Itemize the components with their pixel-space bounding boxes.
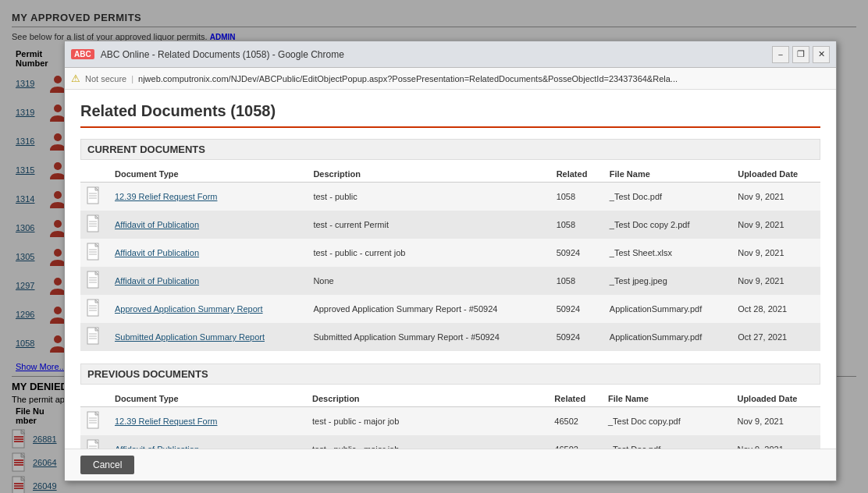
col-header-filename: File Name [602, 391, 731, 407]
doc-description: test - public - major job [306, 407, 548, 436]
document-icon [87, 271, 102, 289]
doc-description: None [307, 267, 550, 295]
doc-type[interactable]: Approved Application Summary Report [108, 295, 307, 323]
col-header-filename: File Name [603, 166, 731, 183]
doc-type[interactable]: Affidavit of Publication [108, 211, 307, 239]
table-row: Submitted Application Summary ReportSubm… [80, 323, 820, 351]
doc-description: test - current Permit [307, 211, 550, 239]
doc-filename: _Test Sheet.xlsx [603, 239, 731, 267]
col-header-description: Description [306, 391, 548, 407]
table-row: Approved Application Summary ReportAppro… [80, 295, 820, 323]
modal-title: Related Documents (1058) [80, 102, 820, 128]
doc-icon-cell [80, 183, 108, 211]
table-row: Affidavit of PublicationNone1058_Test jp… [80, 267, 820, 295]
not-secure-label: Not secure [85, 74, 126, 83]
table-row: Affidavit of Publicationtest - current P… [80, 211, 820, 239]
previous-documents-table: Document Type Description Related File N… [80, 391, 820, 449]
document-icon [87, 411, 102, 430]
document-icon [87, 299, 102, 317]
minimize-button[interactable]: − [772, 46, 789, 63]
doc-icon-cell [80, 239, 108, 267]
doc-filename: _Test Doc.pdf [603, 183, 731, 211]
doc-description: test - public - major job [306, 435, 548, 449]
col-header-description: Description [307, 166, 550, 183]
document-icon [87, 327, 102, 346]
doc-uploaded-date: Nov 9, 2021 [731, 183, 820, 211]
table-row: 12.39 Relief Request Formtest - public10… [80, 183, 820, 211]
doc-related: 1058 [550, 267, 603, 295]
restore-button[interactable]: ❐ [792, 46, 809, 63]
doc-related: 46502 [548, 407, 602, 436]
doc-type[interactable]: Submitted Application Summary Report [108, 323, 307, 351]
doc-filename: _Test jpeg.jpeg [603, 267, 731, 295]
title-bar: ABC ABC Online - Related Documents (1058… [65, 41, 836, 68]
doc-filename: _Test Doc.pdf [602, 435, 731, 449]
doc-filename: _Test Doc copy 2.pdf [603, 211, 731, 239]
doc-icon-cell [80, 267, 108, 295]
doc-uploaded-date: Nov 9, 2021 [731, 239, 820, 267]
doc-uploaded-date: Oct 27, 2021 [731, 323, 820, 351]
table-row: Affidavit of Publicationtest - public - … [80, 435, 820, 449]
doc-icon-cell [80, 435, 108, 449]
doc-icon-cell [80, 211, 108, 239]
col-header-icon [80, 391, 108, 407]
col-header-doc-type: Document Type [108, 166, 307, 183]
abc-logo: ABC [71, 49, 94, 59]
doc-type[interactable]: Affidavit of Publication [108, 267, 307, 295]
doc-related: 50924 [550, 239, 603, 267]
document-icon [87, 215, 102, 233]
close-button[interactable]: ✕ [813, 46, 830, 63]
doc-related: 50924 [550, 323, 603, 351]
address-bar: ⚠ Not secure | njweb.computronix.com/NJD… [65, 68, 836, 90]
current-documents-section: CURRENT DOCUMENTS [80, 139, 820, 160]
chrome-title: ABC Online - Related Documents (1058) - … [101, 49, 772, 60]
doc-description: test - public [307, 183, 550, 211]
doc-filename: _Test Doc copy.pdf [602, 407, 731, 436]
doc-icon-cell [80, 295, 108, 323]
url-bar[interactable]: njweb.computronix.com/NJDev/ABCPublic/Ed… [138, 74, 830, 83]
col-header-uploaded-date: Uploaded Date [731, 391, 820, 407]
col-header-uploaded-date: Uploaded Date [731, 166, 820, 183]
doc-filename: ApplicationSummary.pdf [603, 323, 731, 351]
table-row: 12.39 Relief Request Formtest - public -… [80, 407, 820, 436]
doc-description: test - public - current job [307, 239, 550, 267]
cancel-button[interactable]: Cancel [80, 456, 134, 474]
document-icon [87, 186, 102, 205]
current-documents-table: Document Type Description Related File N… [80, 166, 820, 351]
chrome-window: ABC ABC Online - Related Documents (1058… [64, 41, 837, 481]
doc-uploaded-date: Nov 9, 2021 [731, 435, 820, 449]
col-header-related: Related [548, 391, 602, 407]
col-header-related: Related [550, 166, 603, 183]
warning-icon: ⚠ [71, 73, 80, 84]
document-icon [87, 439, 102, 449]
doc-description: Submitted Application Summary Report - #… [307, 323, 550, 351]
doc-uploaded-date: Nov 9, 2021 [731, 267, 820, 295]
doc-icon-cell [80, 407, 108, 436]
doc-type[interactable]: 12.39 Relief Request Form [108, 407, 306, 436]
doc-type[interactable]: Affidavit of Publication [108, 435, 306, 449]
previous-documents-section: PREVIOUS DOCUMENTS [80, 364, 820, 385]
col-header-doc-type: Document Type [108, 391, 306, 407]
doc-description: Approved Application Summary Report - #5… [307, 295, 550, 323]
doc-type[interactable]: 12.39 Relief Request Form [108, 183, 307, 211]
doc-type[interactable]: Affidavit of Publication [108, 239, 307, 267]
table-row: Affidavit of Publicationtest - public - … [80, 239, 820, 267]
doc-uploaded-date: Nov 9, 2021 [731, 211, 820, 239]
doc-related: 50924 [550, 295, 603, 323]
doc-related: 46502 [548, 435, 602, 449]
doc-filename: ApplicationSummary.pdf [603, 295, 731, 323]
address-divider: | [131, 74, 133, 83]
doc-related: 1058 [550, 211, 603, 239]
document-icon [87, 243, 102, 261]
doc-related: 1058 [550, 183, 603, 211]
cancel-bar: Cancel [65, 449, 836, 481]
doc-uploaded-date: Nov 9, 2021 [731, 407, 820, 436]
window-controls: − ❐ ✕ [772, 46, 830, 63]
doc-icon-cell [80, 323, 108, 351]
col-header-icon [80, 166, 108, 183]
doc-uploaded-date: Oct 28, 2021 [731, 295, 820, 323]
modal-content: Related Documents (1058) CURRENT DOCUMEN… [65, 90, 836, 449]
